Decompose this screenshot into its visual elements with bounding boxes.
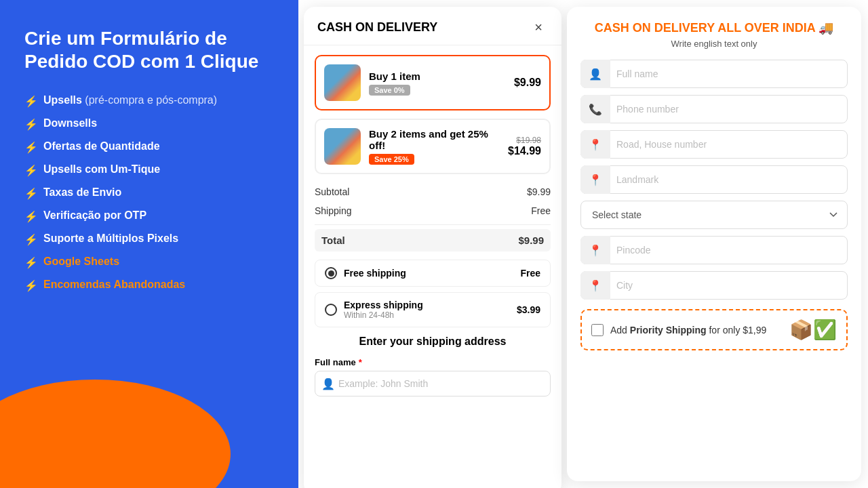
free-shipping-name: Free shipping [344, 268, 513, 279]
feature-shipping: ⚡ Taxas de Envio [24, 186, 274, 200]
right-landmark-wrapper: 📍 [580, 165, 848, 194]
right-address-wrapper: 📍 [580, 130, 848, 159]
right-city-wrapper: 📍 [580, 271, 848, 300]
free-shipping-option[interactable]: Free shipping Free [315, 260, 551, 287]
right-fullname-wrapper: 👤 [580, 60, 848, 88]
shipping-label: Shipping [315, 205, 352, 216]
product-price-1: $9.99 [514, 77, 541, 89]
left-title: Crie um Formulário de Pedido COD com 1 C… [24, 27, 274, 73]
feature-quantity: ⚡ Ofertas de Quantidade [24, 140, 274, 154]
bolt-icon: ⚡ [24, 210, 38, 223]
right-city-icon: 📍 [580, 271, 610, 300]
required-star: * [359, 357, 362, 367]
right-landmark-input[interactable] [580, 165, 848, 194]
cod-india-title: CASH ON DELIVERY ALL OVER INDIA 🚚 [580, 20, 848, 36]
close-button[interactable]: × [529, 18, 548, 37]
bolt-icon: ⚡ [24, 256, 38, 269]
shipping-row: Shipping Free [315, 201, 551, 220]
product-name-1: Buy 1 item [369, 70, 506, 82]
express-shipping-name: Express shipping [344, 300, 510, 310]
feature-pixels: ⚡ Suporte a Múltiplos Pixels [24, 232, 274, 246]
full-name-input-wrapper: 👤 [315, 371, 551, 396]
total-label: Total [321, 235, 345, 246]
right-panel: CASH ON DELIVERY ALL OVER INDIA 🚚 Write … [567, 7, 861, 481]
shipping-value: Free [531, 205, 551, 216]
cod-subtitle: Write english text only [580, 39, 848, 49]
modal-body: Buy 1 item Save 0% $9.99 Buy 2 items and… [304, 45, 561, 488]
bolt-icon: ⚡ [24, 141, 38, 154]
free-shipping-info: Free shipping [344, 268, 513, 279]
subtotal-label: Subtotal [315, 186, 349, 197]
right-city-input[interactable] [580, 271, 848, 300]
right-form: 👤 📞 📍 📍 Select state 📍 📍 [580, 60, 848, 470]
right-location-icon: 📍 [580, 130, 610, 159]
left-panel: Crie um Formulário de Pedido COD com 1 C… [0, 0, 298, 488]
address-title: Enter your shipping address [315, 336, 551, 348]
shipping-options: Free shipping Free Express shipping With… [315, 260, 551, 327]
product-image-1 [324, 64, 361, 101]
feature-sheets: ⚡ Google Sheets [24, 256, 274, 269]
modal-header: CASH ON DELIVERY × [304, 7, 561, 45]
feature-downsells: ⚡ Downsells [24, 117, 274, 131]
feature-otp: ⚡ Verificação por OTP [24, 209, 274, 223]
product-card-1[interactable]: Buy 1 item Save 0% $9.99 [315, 55, 551, 110]
right-phone-input[interactable] [580, 95, 848, 123]
subtotal-value: $9.99 [527, 186, 551, 197]
express-shipping-option[interactable]: Express shipping Within 24-48h $3.99 [315, 292, 551, 327]
priority-checkbox[interactable] [591, 324, 604, 336]
right-phone-icon: 📞 [580, 95, 610, 123]
product-card-2[interactable]: Buy 2 items and get 25% off! Save 25% $1… [315, 119, 551, 174]
feature-list: ⚡ Upsells (pré-compra e pós-compra) ⚡ Do… [24, 94, 274, 292]
full-name-group: Full name * 👤 [315, 357, 551, 396]
full-name-input[interactable] [315, 371, 551, 396]
bolt-icon: ⚡ [24, 279, 38, 292]
feature-upsells-one-click: ⚡ Upsells com Um-Tique [24, 163, 274, 177]
express-shipping-sub: Within 24-48h [344, 310, 510, 320]
express-shipping-radio[interactable] [325, 304, 337, 316]
product-name-2: Buy 2 items and get 25% off! [369, 128, 500, 151]
bolt-icon: ⚡ [24, 95, 38, 108]
priority-shipping-box: Add Priority Shipping for only $1,99 📦✅ [580, 309, 848, 350]
priority-icon: 📦✅ [789, 319, 837, 341]
product-current-price-2: $14.99 [508, 145, 541, 157]
decorative-blob [0, 380, 231, 488]
total-value: $9.99 [518, 235, 544, 246]
right-phone-wrapper: 📞 [580, 95, 848, 123]
right-header: CASH ON DELIVERY ALL OVER INDIA 🚚 Write … [580, 20, 848, 49]
feature-abandoned: ⚡ Encomendas Abandonadas [24, 279, 274, 292]
summary-divider [315, 224, 551, 225]
free-shipping-price: Free [520, 268, 540, 279]
cod-modal: CASH ON DELIVERY × Buy 1 item Save 0% $9… [304, 7, 561, 488]
right-address-input[interactable] [580, 130, 848, 159]
bolt-icon: ⚡ [24, 118, 38, 131]
modal-title: CASH ON DELIVERY [317, 20, 437, 35]
product-price-2: $19.98 $14.99 [508, 136, 541, 157]
express-shipping-info: Express shipping Within 24-48h [344, 300, 510, 320]
product-info-2: Buy 2 items and get 25% off! Save 25% [369, 128, 500, 165]
bolt-icon: ⚡ [24, 187, 38, 200]
right-landmark-icon: 📍 [580, 165, 610, 194]
full-name-label: Full name * [315, 357, 551, 367]
feature-upsells: ⚡ Upsells (pré-compra e pós-compra) [24, 94, 274, 108]
product-image-2 [324, 128, 361, 165]
product-original-price-2: $19.98 [508, 136, 541, 145]
state-select[interactable]: Select state [580, 201, 848, 229]
free-shipping-radio[interactable] [325, 267, 337, 279]
bolt-icon: ⚡ [24, 233, 38, 246]
right-pincode-input[interactable] [580, 236, 848, 264]
save-badge-1: Save 0% [369, 85, 410, 96]
right-fullname-input[interactable] [580, 60, 848, 88]
right-person-icon: 👤 [580, 60, 610, 88]
right-pincode-wrapper: 📍 [580, 236, 848, 264]
product-info-1: Buy 1 item Save 0% [369, 70, 506, 96]
save-badge-2: Save 25% [369, 154, 414, 165]
priority-text: Add Priority Shipping for only $1,99 [610, 325, 783, 336]
bolt-icon: ⚡ [24, 164, 38, 177]
subtotal-row: Subtotal $9.99 [315, 182, 551, 201]
right-pincode-icon: 📍 [580, 236, 610, 264]
product-current-price-1: $9.99 [514, 77, 541, 89]
express-shipping-price: $3.99 [517, 304, 540, 315]
person-icon: 👤 [321, 378, 335, 390]
total-row: Total $9.99 [315, 229, 551, 251]
